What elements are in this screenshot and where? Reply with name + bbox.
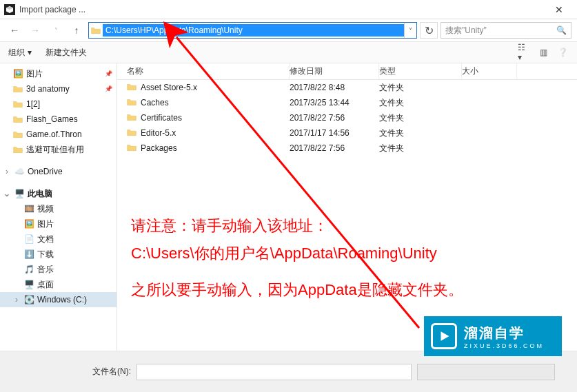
folder-icon [127, 97, 136, 109]
list-item[interactable]: Packages2017/8/22 7:56文件夹 [117, 141, 577, 156]
forward-button[interactable]: → [26, 22, 44, 39]
tree-item[interactable]: ⬇️下载 [0, 247, 117, 262]
folder-icon [12, 114, 23, 124]
col-type[interactable]: 类型 [379, 63, 462, 79]
annotation-line: C:\Users\你的用户名\AppData\Roaming\Unity [131, 240, 572, 267]
refresh-button[interactable]: ↻ [420, 22, 438, 39]
tree-item[interactable]: Flash_Games [0, 112, 117, 127]
back-button[interactable]: ← [6, 22, 23, 39]
play-icon [431, 323, 457, 349]
pc-icon: 🖥️ [14, 189, 25, 198]
video-icon: 🎞️ [23, 204, 34, 214]
filename-input[interactable] [136, 364, 412, 380]
col-name[interactable]: 名称 [117, 63, 290, 79]
address-input[interactable] [103, 24, 404, 37]
tree-item[interactable]: 🖼️图片 [0, 216, 117, 231]
organize-menu[interactable]: 组织 ▾ [8, 47, 32, 59]
close-button[interactable]: ✕ [545, 0, 573, 19]
nav-bar: ← → ˅ ↑ ˅ ↻ 搜索"Unity" 🔍 [0, 19, 577, 41]
folder-icon [127, 82, 136, 94]
music-icon: 🎵 [23, 265, 34, 274]
col-date[interactable]: 修改日期 [290, 63, 379, 79]
watermark-badge: 溜溜自学 ZIXUE.3D66.COM [424, 316, 562, 356]
toolbar: 组织 ▾ 新建文件夹 ☷ ▾ ▥ ❔ [0, 41, 577, 63]
annotation-line: 请注意：请手动输入该地址： [131, 212, 572, 240]
file-type-filter[interactable] [417, 364, 555, 380]
folder-icon [12, 145, 23, 154]
help-button[interactable]: ❔ [556, 46, 569, 59]
address-dropdown-icon[interactable]: ˅ [404, 23, 416, 38]
folder-icon [12, 99, 23, 109]
doc-icon: 📄 [23, 234, 34, 244]
list-item[interactable]: Certificates2017/8/22 7:56文件夹 [117, 110, 577, 125]
search-placeholder: 搜索"Unity" [445, 25, 487, 37]
folder-icon [89, 25, 103, 35]
up-button[interactable]: ↑ [68, 22, 85, 39]
folder-icon [12, 84, 23, 94]
download-icon: ⬇️ [23, 249, 34, 259]
badge-subtitle: ZIXUE.3D66.COM [464, 342, 544, 349]
list-header[interactable]: 名称 修改日期 类型 大小 [117, 63, 577, 80]
filename-label: 文件名(N): [92, 366, 131, 378]
annotation-line: 之所以要手动输入，因为AppData是隐藏文件夹。 [131, 276, 572, 304]
up-chevron-icon[interactable]: ˅ [47, 22, 65, 39]
search-icon: 🔍 [556, 25, 567, 35]
tree-item[interactable]: 🎵音乐 [0, 262, 117, 277]
folder-icon [127, 143, 136, 154]
search-box[interactable]: 搜索"Unity" 🔍 [441, 22, 571, 39]
folder-icon [127, 127, 136, 139]
tree-group-pc[interactable]: ⌄🖥️此电脑 [0, 186, 117, 201]
tree-item[interactable]: 🖥️桌面 [0, 277, 117, 292]
onedrive-icon: ☁️ [14, 167, 25, 176]
navigation-tree[interactable]: 🖼️图片 3d anatomy 1[2] Flash_Games Game.of… [0, 63, 117, 351]
tree-item[interactable]: 📄文档 [0, 231, 117, 247]
tree-item[interactable]: 逃避可耻但有用 [0, 142, 117, 157]
tree-item[interactable]: 1[2] [0, 96, 117, 112]
badge-title: 溜溜自学 [464, 324, 544, 342]
drive-icon: 💽 [23, 295, 34, 305]
title-bar: Import package ... ✕ [0, 0, 577, 19]
desktop-icon: 🖥️ [23, 280, 34, 289]
picture-icon: 🖼️ [23, 219, 34, 229]
list-item[interactable]: Caches2017/3/25 13:44文件夹 [117, 95, 577, 110]
list-item[interactable]: Asset Store-5.x2017/8/22 8:48文件夹 [117, 80, 577, 95]
view-options-button[interactable]: ☷ ▾ [518, 46, 530, 59]
col-size[interactable]: 大小 [462, 63, 517, 79]
annotation-overlay: 请注意：请手动输入该地址： C:\Users\你的用户名\AppData\Roa… [131, 212, 572, 304]
tree-item[interactable]: 🖼️图片 [0, 66, 117, 81]
new-folder-button[interactable]: 新建文件夹 [45, 47, 87, 59]
tree-group-onedrive[interactable]: ›☁️OneDrive [0, 164, 117, 179]
address-bar[interactable]: ˅ [88, 22, 417, 39]
picture-icon: 🖼️ [12, 69, 23, 79]
tree-item[interactable]: Game.of.Thron [0, 127, 117, 142]
list-item[interactable]: Editor-5.x2017/1/17 14:56文件夹 [117, 125, 577, 141]
tree-item[interactable]: 3d anatomy [0, 81, 117, 96]
folder-icon [127, 112, 136, 124]
folder-icon [12, 130, 23, 139]
preview-pane-button[interactable]: ▥ [537, 46, 549, 59]
window-title: Import package ... [19, 5, 85, 14]
file-list: 名称 修改日期 类型 大小 Asset Store-5.x2017/8/22 8… [117, 63, 577, 351]
tree-item[interactable]: ›💽Windows (C:) [0, 292, 117, 307]
bottom-bar: 文件名(N): [0, 351, 577, 392]
app-icon [4, 4, 15, 15]
tree-item[interactable]: 🎞️视频 [0, 201, 117, 216]
main-area: 🖼️图片 3d anatomy 1[2] Flash_Games Game.of… [0, 63, 577, 351]
